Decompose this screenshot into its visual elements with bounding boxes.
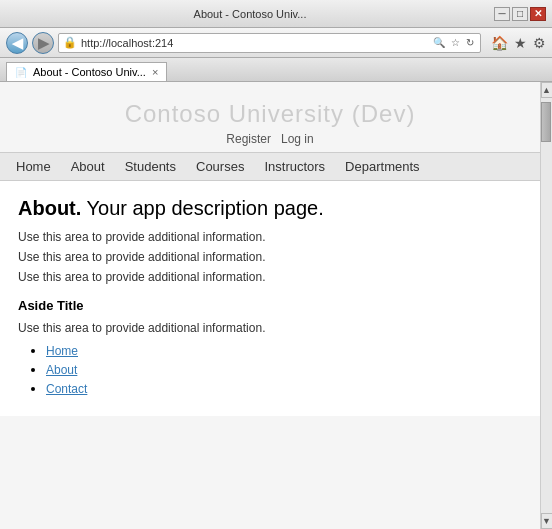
address-actions: 🔍 ☆ ↻ [431,36,476,49]
heading-bold: About. [18,197,81,219]
window-title: About - Contoso Univ... [6,8,494,20]
window-controls: ─ □ ✕ [494,7,546,21]
tab-title-text: About - Contoso Univ... [33,66,146,78]
maximize-button[interactable]: □ [512,7,528,21]
search-address-btn[interactable]: 🔍 [431,36,447,49]
scroll-track[interactable] [541,98,552,513]
browser-content-wrapper: Contoso University (Dev) Register Log in… [0,82,552,529]
scroll-thumb[interactable] [541,102,551,142]
site-title: Contoso University (Dev) [0,100,540,128]
list-item: Home [46,343,522,358]
tab-bar: 📄 About - Contoso Univ... × [0,58,552,82]
nav-about[interactable]: About [71,159,105,174]
nav-students[interactable]: Students [125,159,176,174]
page-content: Contoso University (Dev) Register Log in… [0,82,540,529]
site-header: Contoso University (Dev) Register Log in [0,82,540,152]
page-heading: About. Your app description page. [18,197,522,220]
login-link[interactable]: Log in [281,132,314,146]
list-item: Contact [46,381,522,396]
site-nav: Home About Students Courses Instructors … [0,152,540,181]
nav-departments[interactable]: Departments [345,159,419,174]
info-line-2: Use this area to provide additional info… [18,250,522,264]
refresh-btn[interactable]: ↻ [464,36,476,49]
scroll-up-arrow[interactable]: ▲ [541,82,553,98]
browser-nav-bar: ◀ ▶ 🔒 http://localhost:214 🔍 ☆ ↻ 🏠 ★ ⚙ [0,28,552,58]
active-tab[interactable]: 📄 About - Contoso Univ... × [6,62,167,81]
nav-instructors[interactable]: Instructors [264,159,325,174]
favorites-icon[interactable]: ★ [514,35,527,51]
forward-button[interactable]: ▶ [32,32,54,54]
scroll-down-arrow[interactable]: ▼ [541,513,553,529]
tab-close-button[interactable]: × [152,66,158,78]
minimize-button[interactable]: ─ [494,7,510,21]
address-text: http://localhost:214 [81,37,427,49]
tools-icon[interactable]: ⚙ [533,35,546,51]
auth-links: Register Log in [0,132,540,146]
footer-links: Home About Contact [18,343,522,396]
info-line-3: Use this area to provide additional info… [18,270,522,284]
list-item: About [46,362,522,377]
footer-home-link[interactable]: Home [46,344,78,358]
scrollbar[interactable]: ▲ ▼ [540,82,552,529]
footer-about-link[interactable]: About [46,363,77,377]
nav-courses[interactable]: Courses [196,159,244,174]
address-icon: 🔒 [63,36,77,49]
toolbar-icons: 🏠 ★ ⚙ [491,35,546,51]
address-bar[interactable]: 🔒 http://localhost:214 🔍 ☆ ↻ [58,33,481,53]
tab-favicon-icon: 📄 [15,67,27,78]
register-link[interactable]: Register [226,132,271,146]
footer-contact-link[interactable]: Contact [46,382,87,396]
home-icon[interactable]: 🏠 [491,35,508,51]
nav-home[interactable]: Home [16,159,51,174]
title-bar: About - Contoso Univ... ─ □ ✕ [0,0,552,28]
aside-info: Use this area to provide additional info… [18,321,522,335]
star-btn[interactable]: ☆ [449,36,462,49]
back-button[interactable]: ◀ [6,32,28,54]
close-button[interactable]: ✕ [530,7,546,21]
aside-title: Aside Title [18,298,522,313]
heading-normal: Your app description page. [81,197,323,219]
main-body: About. Your app description page. Use th… [0,181,540,416]
info-line-1: Use this area to provide additional info… [18,230,522,244]
